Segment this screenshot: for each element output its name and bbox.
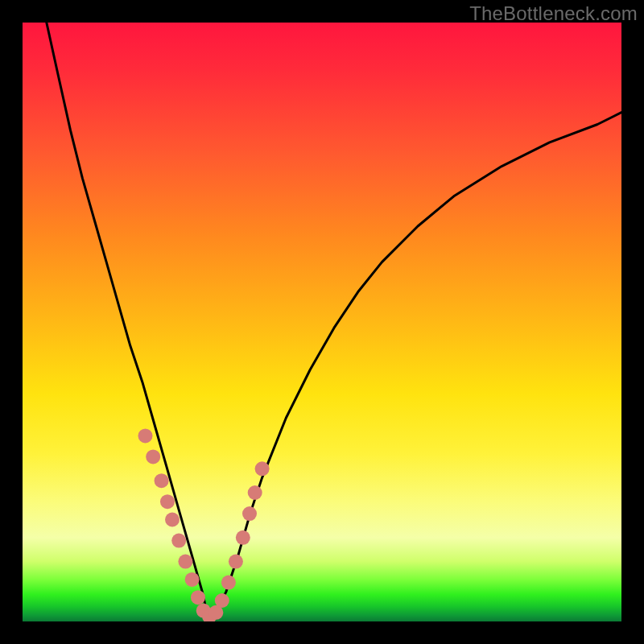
data-marker — [221, 576, 236, 590]
curve-line — [47, 23, 621, 618]
data-marker — [146, 449, 160, 464]
chart-svg — [23, 23, 621, 621]
data-marker — [155, 473, 169, 488]
data-marker — [236, 530, 250, 545]
bottleneck-curve-path — [47, 23, 621, 618]
data-marker — [229, 555, 243, 569]
data-marker — [171, 534, 186, 548]
data-marker — [255, 461, 270, 476]
data-marker — [242, 506, 257, 521]
data-marker — [215, 593, 229, 608]
plot-area — [23, 23, 621, 621]
data-marker — [160, 494, 175, 509]
chart-frame: TheBottleneck.com — [0, 0, 644, 644]
data-marker — [138, 428, 153, 443]
marker-group — [138, 428, 270, 621]
data-marker — [191, 590, 205, 605]
data-marker — [165, 513, 180, 527]
data-marker — [178, 555, 192, 569]
watermark-text: TheBottleneck.com — [469, 2, 638, 25]
data-marker — [248, 485, 262, 500]
data-marker — [185, 572, 200, 587]
